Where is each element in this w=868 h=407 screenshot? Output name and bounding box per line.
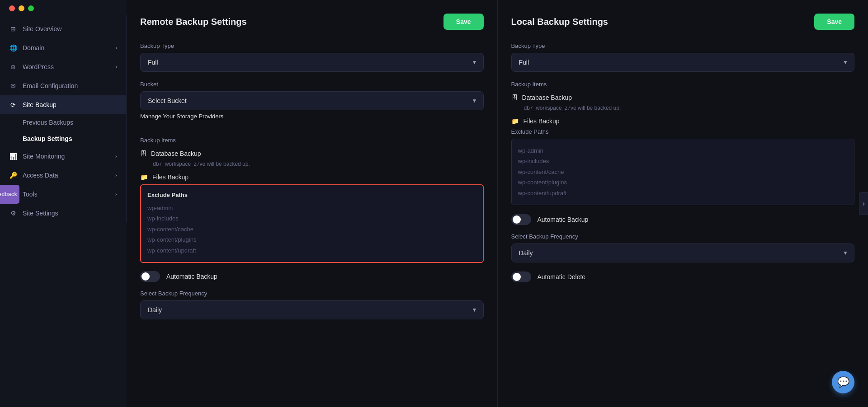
- remote-exclude-paths-box: Exclude Paths wp-adminwp-includeswp-cont…: [140, 184, 484, 263]
- local-automatic-delete-row: Automatic Delete: [511, 271, 855, 282]
- local-backup-items-label: Backup Items: [511, 81, 855, 88]
- close-button[interactable]: [9, 5, 15, 11]
- database-icon: 🗄: [511, 94, 518, 101]
- sidebar-sub-item-backup-settings[interactable]: Backup Settings: [0, 131, 126, 147]
- sidebar: ⊞ Site Overview 🌐 Domain › ⊕ WordPress ›…: [0, 0, 127, 407]
- sidebar-item-site-backup[interactable]: ⟳ Site Backup: [0, 95, 126, 114]
- main-content: Remote Backup Settings Save Backup Type …: [127, 0, 868, 407]
- sidebar-item-label: Domain: [23, 44, 44, 51]
- remote-database-backup-label: Database Backup: [151, 150, 201, 157]
- local-frequency-select[interactable]: Daily Weekly Monthly: [511, 243, 855, 262]
- sidebar-item-wordpress[interactable]: ⊕ WordPress ›: [0, 57, 126, 76]
- exclude-path-item: wp-includes: [147, 213, 476, 224]
- remote-files-backup-label: Files Backup: [152, 173, 189, 181]
- local-backup-save-button[interactable]: Save: [814, 14, 854, 30]
- toggle-thumb: [513, 215, 521, 224]
- sidebar-sub-item-label: Backup Settings: [23, 135, 72, 142]
- manage-storage-providers-link[interactable]: Manage Your Storage Providers: [140, 113, 223, 120]
- chevron-right-icon: ›: [115, 153, 117, 159]
- backup-icon: ⟳: [9, 101, 17, 109]
- remote-backup-panel: Remote Backup Settings Save Backup Type …: [127, 0, 498, 407]
- minimize-button[interactable]: [19, 5, 24, 11]
- exclude-path-item: wp-content/updraft: [147, 245, 476, 256]
- remote-files-backup-row: 📁 Files Backup: [140, 173, 484, 181]
- local-backup-type-select-wrapper: Full Incremental Differential ▼: [511, 53, 855, 72]
- exclude-path-item: wp-content/cache: [147, 224, 476, 234]
- remote-frequency-select-wrapper: Daily Weekly Monthly ▼: [140, 300, 484, 319]
- local-backup-header: Local Backup Settings Save: [511, 14, 855, 30]
- local-frequency-select-wrapper: Daily Weekly Monthly ▼: [511, 243, 855, 262]
- local-automatic-backup-row: Automatic Backup: [511, 214, 855, 225]
- local-files-backup-row: 📁 Files Backup: [511, 117, 855, 125]
- local-automatic-backup-toggle[interactable]: [511, 214, 531, 225]
- sidebar-item-label: Site Monitoring: [23, 153, 65, 160]
- local-frequency-group: Select Backup Frequency Daily Weekly Mon…: [511, 233, 855, 262]
- exclude-path-item: wp-includes: [518, 156, 848, 166]
- remote-bucket-group: Bucket Select Bucket ▼ Manage Your Stora…: [140, 81, 484, 128]
- remote-bucket-label: Bucket: [140, 81, 484, 88]
- remote-backup-save-button[interactable]: Save: [443, 14, 484, 30]
- folder-icon: 📁: [140, 173, 148, 181]
- remote-exclude-paths-label: Exclude Paths: [147, 192, 476, 198]
- local-exclude-paths-lines: wp-adminwp-includeswp-content/cachewp-co…: [518, 145, 848, 198]
- traffic-lights: [0, 0, 127, 15]
- remote-database-backup-desc: db7_workspace_z7ve will be backed up.: [153, 161, 484, 167]
- sidebar-item-email[interactable]: ✉ Email Configuration: [0, 76, 126, 95]
- remote-backup-title: Remote Backup Settings: [140, 17, 247, 27]
- local-database-backup-label: Database Backup: [522, 94, 572, 101]
- collapse-panel-button[interactable]: ›: [859, 192, 868, 215]
- sidebar-item-site-overview[interactable]: ⊞ Site Overview: [0, 19, 126, 38]
- exclude-path-item: wp-content/plugins: [147, 234, 476, 245]
- remote-database-backup-row: 🗄 Database Backup: [140, 150, 484, 157]
- local-files-backup-label: Files Backup: [524, 117, 560, 125]
- remote-automatic-backup-row: Automatic Backup: [140, 271, 484, 282]
- local-automatic-backup-label: Automatic Backup: [538, 216, 589, 223]
- chat-button[interactable]: 💬: [832, 371, 854, 393]
- exclude-path-item: wp-content/cache: [518, 167, 848, 177]
- local-backup-type-label: Backup Type: [511, 42, 855, 49]
- remote-backup-type-select[interactable]: Full Incremental Differential: [140, 53, 484, 72]
- sidebar-item-domain[interactable]: 🌐 Domain ›: [0, 38, 126, 57]
- local-backup-type-group: Backup Type Full Incremental Differentia…: [511, 42, 855, 72]
- chat-icon: 💬: [837, 376, 849, 388]
- sidebar-sub-item-previous-backups[interactable]: Previous Backups: [0, 114, 126, 131]
- remote-automatic-backup-label: Automatic Backup: [166, 273, 217, 280]
- local-frequency-label: Select Backup Frequency: [511, 233, 855, 240]
- sidebar-item-label: Email Configuration: [23, 82, 78, 89]
- remote-frequency-label: Select Backup Frequency: [140, 290, 484, 297]
- local-automatic-delete-toggle[interactable]: [511, 271, 531, 282]
- chevron-right-icon: ›: [863, 200, 865, 208]
- database-icon: 🗄: [140, 150, 146, 157]
- remote-backup-type-label: Backup Type: [140, 42, 484, 49]
- globe-icon: 🌐: [9, 44, 17, 52]
- chevron-right-icon: ›: [115, 172, 117, 178]
- remote-exclude-paths-lines: wp-adminwp-includeswp-content/cachewp-co…: [147, 203, 476, 256]
- exclude-path-item: wp-content/plugins: [518, 177, 848, 187]
- local-automatic-delete-label: Automatic Delete: [538, 273, 586, 281]
- chevron-right-icon: ›: [115, 64, 117, 70]
- remote-backup-type-group: Backup Type Full Incremental Differentia…: [140, 42, 484, 72]
- exclude-path-item: wp-content/updraft: [518, 188, 848, 198]
- remote-frequency-select[interactable]: Daily Weekly Monthly: [140, 300, 484, 319]
- remote-bucket-select[interactable]: Select Bucket: [140, 91, 484, 110]
- toggle-thumb: [513, 273, 521, 281]
- local-exclude-paths-box: wp-adminwp-includeswp-content/cachewp-co…: [511, 139, 855, 205]
- remote-bucket-select-wrapper: Select Bucket ▼: [140, 91, 484, 110]
- maximize-button[interactable]: [28, 5, 34, 11]
- local-backup-type-select[interactable]: Full Incremental Differential: [511, 53, 855, 72]
- remote-automatic-backup-toggle[interactable]: [140, 271, 160, 282]
- feedback-label: Feedback: [0, 191, 17, 197]
- exclude-path-item: wp-admin: [147, 203, 476, 213]
- grid-icon: ⊞: [9, 25, 17, 33]
- local-exclude-paths-label: Exclude Paths: [511, 128, 855, 135]
- local-backup-panel: Local Backup Settings Save Backup Type F…: [498, 0, 868, 407]
- feedback-tab[interactable]: ✦ Feedback: [0, 185, 20, 204]
- sidebar-item-monitoring[interactable]: 📊 Site Monitoring ›: [0, 147, 126, 166]
- sidebar-sub-item-label: Previous Backups: [23, 119, 73, 126]
- toggle-thumb: [142, 272, 150, 281]
- sidebar-item-label: Site Backup: [23, 101, 57, 108]
- sidebar-item-site-settings[interactable]: ⚙ Site Settings: [0, 204, 126, 223]
- sidebar-item-label: Site Overview: [23, 25, 61, 33]
- local-database-backup-desc: db7_workspace_z7ve will be backed up.: [524, 105, 855, 111]
- sidebar-item-access-data[interactable]: 🔑 Access Data ›: [0, 166, 126, 185]
